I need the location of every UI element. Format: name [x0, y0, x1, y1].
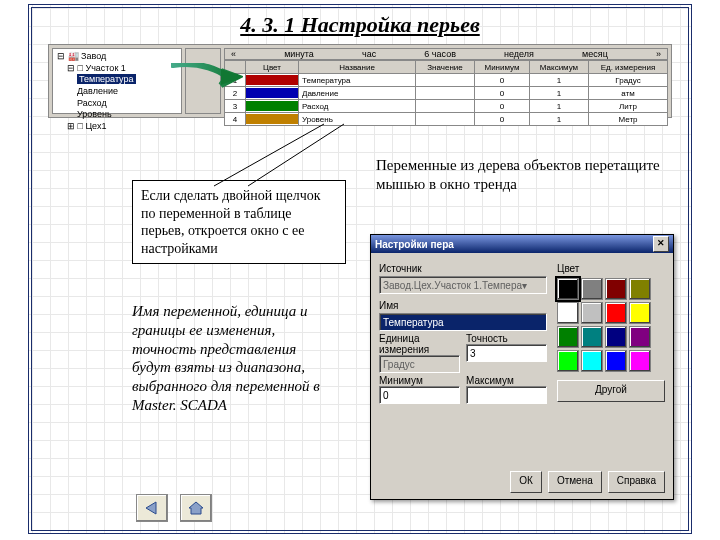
- close-button[interactable]: ✕: [653, 236, 669, 252]
- object-tree: ⊟ 🏭 Завод ⊟ □ Участок 1 Температура Давл…: [52, 48, 182, 114]
- color-palette: [557, 278, 665, 372]
- help-button[interactable]: Справка: [608, 471, 665, 493]
- vertical-ruler: [185, 48, 221, 114]
- ok-button[interactable]: ОК: [510, 471, 542, 493]
- color-swatch[interactable]: [557, 326, 579, 348]
- color-swatch[interactable]: [581, 302, 603, 324]
- min-field[interactable]: 0: [379, 386, 460, 404]
- tree-node: ⊟ 🏭 Завод: [57, 51, 177, 63]
- color-swatch[interactable]: [581, 350, 603, 372]
- dialog-titlebar: Настройки пера ✕: [371, 235, 673, 253]
- prev-slide-button[interactable]: [136, 494, 168, 522]
- slide-page: 4. 3. 1 Настройка перьев ⊟ 🏭 Завод ⊟ □ У…: [28, 4, 692, 534]
- svg-line-0: [214, 124, 324, 186]
- slide-nav: [136, 494, 212, 522]
- dialog-title: Настройки пера: [375, 239, 454, 250]
- color-swatch[interactable]: [605, 350, 627, 372]
- instruction-drag: Переменные из дерева объектов перетащите…: [376, 156, 686, 194]
- home-slide-button[interactable]: [180, 494, 212, 522]
- tree-node: Давление: [57, 86, 177, 98]
- label-color: Цвет: [557, 263, 665, 274]
- trend-editor-screenshot: ⊟ 🏭 Завод ⊟ □ Участок 1 Температура Давл…: [48, 44, 672, 118]
- precision-field[interactable]: 3: [466, 344, 547, 362]
- tree-node: ⊟ □ Участок 1: [57, 63, 177, 75]
- label-min: Минимум: [379, 375, 423, 386]
- tree-node: Уровень: [57, 109, 177, 121]
- table-row: 4Уровень01Метр: [225, 113, 668, 126]
- color-swatch[interactable]: [605, 302, 627, 324]
- color-swatch[interactable]: [557, 350, 579, 372]
- pen-table-area: « минута час 6 часов неделя месяц » Цвет…: [224, 48, 668, 117]
- color-swatch[interactable]: [557, 302, 579, 324]
- arrow-left-icon: [144, 501, 160, 515]
- cancel-button[interactable]: Отмена: [548, 471, 602, 493]
- table-row: 1Температура01Градус: [225, 74, 668, 87]
- time-scale: « минута час 6 часов неделя месяц »: [224, 48, 668, 60]
- color-swatch[interactable]: [581, 326, 603, 348]
- color-swatch[interactable]: [629, 278, 651, 300]
- tree-node: ⊞ □ Цех1: [57, 121, 177, 133]
- pen-settings-dialog: Настройки пера ✕ Источник Завод.Цех.Учас…: [370, 234, 674, 500]
- label-name: Имя: [379, 300, 547, 311]
- color-swatch[interactable]: [605, 326, 627, 348]
- tree-node: Расход: [57, 98, 177, 110]
- color-swatch[interactable]: [629, 350, 651, 372]
- svg-line-1: [248, 124, 344, 186]
- page-title: 4. 3. 1 Настройка перьев: [32, 12, 688, 38]
- unit-field[interactable]: Градус: [379, 355, 460, 373]
- pen-table: Цвет Название Значение Минимум Максимум …: [224, 60, 668, 126]
- label-source: Источник: [379, 263, 547, 274]
- color-swatch[interactable]: [557, 278, 579, 300]
- home-icon: [188, 501, 204, 515]
- tree-node-selected: Температура: [57, 74, 177, 86]
- color-swatch[interactable]: [605, 278, 627, 300]
- color-swatch[interactable]: [581, 278, 603, 300]
- color-swatch[interactable]: [629, 302, 651, 324]
- label-precision: Точность: [466, 333, 508, 344]
- table-row: 2Давление01атм: [225, 87, 668, 100]
- label-unit: Единица измерения: [379, 333, 429, 355]
- name-field[interactable]: Температура: [379, 313, 547, 331]
- label-max: Максимум: [466, 375, 514, 386]
- note-autofill: Имя переменной, единица и границы ее изм…: [132, 302, 332, 415]
- source-field[interactable]: Завод.Цех.Участок 1.Темпера ▾: [379, 276, 547, 294]
- max-field[interactable]: [466, 386, 547, 404]
- table-row: 3Расход01Литр: [225, 100, 668, 113]
- other-color-button[interactable]: Другой: [557, 380, 665, 402]
- table-header-row: Цвет Название Значение Минимум Максимум …: [225, 61, 668, 74]
- color-swatch[interactable]: [629, 326, 651, 348]
- callout-doubleclick: Если сделать двойной щелчок по переменно…: [132, 180, 346, 264]
